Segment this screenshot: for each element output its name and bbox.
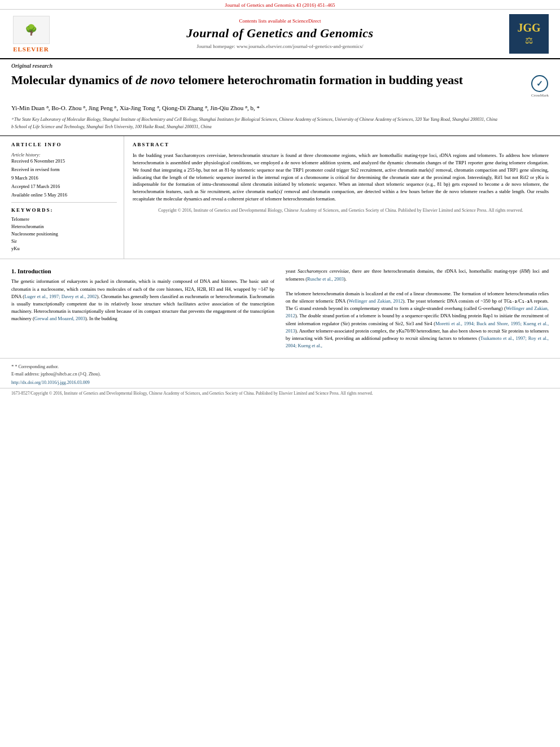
bottom-bar: 1673-8527/Copyright © 2016, Institute of…: [0, 388, 560, 399]
intro-text-right: yeast Saccharomyces cerevisiae, there ar…: [286, 268, 549, 350]
abstract-header: ABSTRACT: [133, 142, 549, 147]
keyword-telomere: Telomere: [11, 216, 117, 222]
email-footnote: E-mail address: jqzhou@sibcb.ac.cn (J-Q.…: [11, 371, 549, 378]
jgg-box: JGG ⚖: [509, 14, 549, 54]
jgg-letters: JGG: [517, 22, 540, 33]
crossmark-label: CrossMark: [531, 93, 549, 98]
abstract-column: ABSTRACT In the budding yeast Saccharomy…: [124, 136, 560, 259]
available-online: Available online 5 May 2016: [11, 192, 117, 198]
body-left-column: 1. Introduction The genetic information …: [11, 268, 274, 350]
keyword-nucleosome: Nucleosome positioning: [11, 231, 117, 237]
body-section: 1. Introduction The genetic information …: [0, 259, 560, 358]
article-info-column: ARTICLE INFO Article history: Received 6…: [0, 136, 124, 259]
divider: [11, 202, 117, 203]
received-date-1: Received 6 November 2015: [11, 158, 117, 164]
accepted-date: Accepted 17 March 2016: [11, 184, 117, 189]
journal-reference: Journal of Genetics and Genomics 43 (201…: [0, 0, 560, 10]
copyright-text: Copyright © 2016, Institute of Genetics …: [133, 207, 549, 213]
affiliations-section: ᵃ The State Key Laboratory of Molecular …: [0, 114, 560, 136]
corresponding-author: * * Corresponding author.: [11, 363, 549, 371]
crossmark-icon: ✓: [531, 75, 548, 92]
doi-link[interactable]: http://dx.doi.org/10.1016/j.jgg.2016.03.…: [11, 380, 549, 385]
journal-title: Journal of Genetics and Genomics: [62, 26, 498, 41]
body-right-column: yeast Saccharomyces cerevisiae, there ar…: [286, 268, 549, 350]
main-content-section: ARTICLE INFO Article history: Received 6…: [0, 136, 560, 259]
abstract-text: In the budding yeast Saccharomyces cerev…: [133, 152, 549, 202]
article-info-header: ARTICLE INFO: [11, 142, 117, 147]
keyword-yku: yKu: [11, 246, 117, 251]
jgg-logo: JGG ⚖: [504, 14, 554, 54]
elsevier-brand: ELSEVIER: [13, 46, 49, 53]
affiliation-b: b School of Life Science and Technology,…: [11, 124, 549, 130]
journal-info-center: Contents lists available at ScienceDirec…: [62, 14, 498, 54]
keyword-sir: Sir: [11, 238, 117, 244]
article-type: Original research: [0, 59, 560, 70]
affiliation-a: ᵃ The State Key Laboratory of Molecular …: [11, 116, 549, 123]
received-date-2: 9 March 2016: [11, 175, 117, 181]
footnote-section: * * Corresponding author. E-mail address…: [0, 358, 560, 388]
elsevier-watermark-image: 🌳: [13, 16, 50, 44]
crossmark-badge: ✓ CrossMark: [531, 75, 549, 98]
keywords-header: Keywords:: [11, 207, 117, 213]
article-title-section: Molecular dynamics of de novo telomere h…: [0, 70, 560, 102]
history-label: Article history:: [11, 152, 117, 158]
article-title: Molecular dynamics of de novo telomere h…: [11, 72, 523, 89]
keyword-heterochromatin: Heterochromatin: [11, 224, 117, 229]
elsevier-logo: 🌳 ELSEVIER: [6, 14, 56, 54]
jgg-symbol: ⚖: [525, 35, 533, 46]
intro-text-left: The genetic information of eukaryotes is…: [11, 278, 274, 322]
journal-header: 🌳 ELSEVIER Contents lists available at S…: [0, 10, 560, 59]
introduction-heading: 1. Introduction: [11, 268, 274, 274]
tree-icon: 🌳: [25, 24, 37, 36]
sciencedirect-info: Contents lists available at ScienceDirec…: [62, 18, 498, 24]
journal-homepage: Journal homepage: www.journals.elsevier.…: [62, 43, 498, 50]
authors-section: Yi-Min Duan ᵃ, Bo-O. Zhou ᵃ, Jing Peng ᵃ…: [0, 102, 560, 114]
received-revised-label: Received in revised form: [11, 167, 117, 172]
asterisk-icon: *: [11, 364, 14, 369]
